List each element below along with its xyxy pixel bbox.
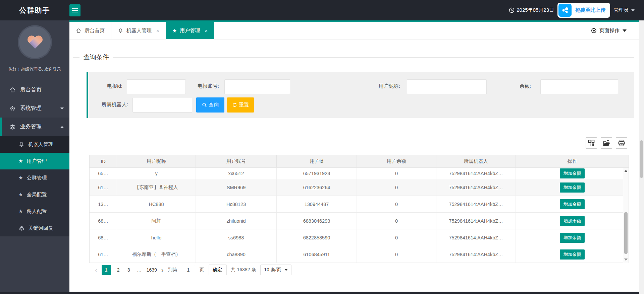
sidebar-item-kick-config[interactable]: ★ 踢人配置 (0, 203, 69, 220)
cell-nickname: 阿辉 (117, 213, 196, 229)
add-balance-button[interactable]: 增加余额 (560, 168, 585, 178)
scroll-down-arrow-icon[interactable] (624, 259, 628, 261)
cell-account: ss6988 (196, 229, 277, 246)
goto-prefix-label: 到第 (168, 267, 177, 273)
avatar-photo (19, 26, 51, 58)
sidebar-item-robot-management[interactable]: 机器人管理 (0, 136, 69, 153)
scroll-up-arrow-icon[interactable] (624, 170, 628, 172)
next-page-arrow[interactable]: › (161, 265, 164, 275)
bot-input[interactable] (132, 98, 192, 113)
telegram-id-input[interactable] (127, 79, 186, 94)
sidebar-item-system[interactable]: 系统管理 (0, 99, 69, 118)
app-window: 公群助手 2025年05月23日 拖拽至此上传 (0, 0, 644, 294)
cell-bot: 7529841614:AAH4kbZ… (436, 213, 516, 229)
home-icon (76, 28, 82, 33)
sidebar-item-label: 全局配置 (26, 192, 47, 198)
add-balance-button[interactable]: 增加余额 (560, 199, 585, 209)
page-content: 查询条件 电报id: 电报账号: 用户昵称: 余额: 所属机器人: (69, 40, 644, 294)
goto-confirm-button[interactable]: 确定 (209, 265, 227, 275)
page-number-last[interactable]: 1639 (147, 267, 157, 273)
table-scrollbar-thumb[interactable] (624, 212, 628, 254)
reset-button[interactable]: 重置 (227, 97, 254, 113)
sidebar-item-keyword-reply[interactable]: 关键词回复 (0, 220, 69, 236)
column-header: 用户账号 (196, 155, 277, 167)
layers-icon (9, 124, 16, 130)
page-number[interactable]: 3 (126, 267, 132, 273)
cell-id: 13… (90, 196, 117, 212)
pagination: ‹ 1 2 3 … 1639 › 到第 页 确定 共 16382 条 10 条/… (95, 265, 291, 275)
sidebar-toggle-button[interactable] (69, 4, 80, 16)
tab-robot-management[interactable]: 机器人管理 × (111, 22, 166, 39)
sidebar-item-user-management[interactable]: ★ 用户管理 (0, 153, 69, 169)
sidebar-item-label: 系统管理 (20, 105, 42, 112)
page-size-select[interactable]: 10 条/页 (260, 265, 291, 275)
cloud-share-icon (558, 4, 572, 17)
cell-account: xx6512 (196, 168, 277, 179)
page-scrollbar[interactable] (639, 20, 644, 294)
page-scrollbar-thumb[interactable] (640, 140, 643, 178)
telegram-account-label: 电报账号: (181, 83, 219, 89)
header-right: 2025年05月23日 拖拽至此上传 管理员 (509, 3, 644, 18)
chevron-down-icon (60, 107, 64, 109)
sidebar-item-label: 业务管理 (20, 123, 42, 130)
cell-bot: 7529841614:AAH4kbZ… (436, 168, 516, 179)
table-header-row: ID 用户昵称 用户账号 用户id 用户余额 所属机器人 操作 (90, 155, 629, 168)
page-actions-dropdown[interactable]: 页面操作 (591, 22, 644, 39)
cell-id: 68… (90, 213, 117, 229)
cell-balance: 0 (357, 229, 436, 246)
page-number[interactable]: 2 (115, 267, 121, 273)
tab-label: 后台首页 (85, 27, 105, 34)
tab-dashboard[interactable]: 后台首页 (69, 22, 111, 39)
export-icon (602, 139, 610, 147)
table-row: 61… 福尔摩斯（一手查档） cha8890 6106845911 0 7529… (90, 246, 629, 263)
cell-user-id: 6162236264 (277, 179, 357, 196)
goto-page-input[interactable] (182, 265, 195, 275)
user-role-label: 管理员 (613, 7, 629, 13)
nickname-input[interactable] (407, 79, 487, 94)
cell-bot: 7529841614:AAH4kbZ… (436, 196, 516, 212)
nickname-label: 用户昵称: (357, 83, 400, 89)
chevron-up-icon (60, 126, 64, 128)
user-menu[interactable]: 管理员 (613, 7, 635, 13)
filter-columns-button[interactable] (586, 137, 597, 149)
sidebar-item-group-management[interactable]: ★ 公群管理 (0, 169, 69, 186)
telegram-account-input[interactable] (224, 79, 290, 94)
sidebar-item-dashboard[interactable]: 后台首页 (0, 81, 69, 99)
prev-page-arrow[interactable]: ‹ (95, 265, 97, 275)
balance-label: 余额: (501, 83, 531, 89)
export-button[interactable] (601, 137, 612, 149)
telegram-id-label: 电报id: (95, 83, 122, 89)
sidebar-item-business[interactable]: 业务管理 (0, 118, 69, 136)
bell-icon (18, 141, 24, 147)
bell-icon (118, 28, 123, 33)
column-header: ID (90, 155, 117, 167)
add-balance-button[interactable]: 增加余额 (560, 216, 585, 226)
page-size-value: 10 条/页 (264, 267, 281, 273)
query-panel: 电报id: 电报账号: 用户昵称: 余额: 所属机器人: 查询 (87, 72, 634, 118)
sidebar: 你好！超级管理员, 欢迎登录 后台首页 系统管理 业务管理 (0, 20, 69, 294)
cell-id: 61… (90, 246, 117, 263)
add-balance-button[interactable]: 增加余额 (560, 249, 585, 260)
close-icon[interactable]: × (205, 28, 208, 33)
sidebar-nav: 后台首页 系统管理 业务管理 (0, 81, 69, 236)
date-text: 2025年05月23日 (517, 7, 554, 13)
add-balance-button[interactable]: 增加余额 (560, 182, 585, 193)
table-scrollbar[interactable] (623, 168, 629, 263)
users-table: ID 用户昵称 用户账号 用户id 用户余额 所属机器人 操作 65… y xx… (89, 155, 629, 263)
column-header: 用户余额 (357, 155, 436, 167)
cell-user-id: 130944487 (277, 196, 357, 212)
close-icon[interactable]: × (156, 28, 159, 33)
add-balance-button[interactable]: 增加余额 (560, 233, 585, 243)
cell-user-id: 6571931923 (277, 168, 357, 179)
search-button[interactable]: 查询 (196, 97, 224, 113)
legend-line (73, 57, 79, 58)
page-ellipsis: … (136, 267, 142, 273)
sidebar-item-global-config[interactable]: ★ 全局配置 (0, 186, 69, 203)
star-icon: ★ (172, 28, 177, 34)
print-button[interactable] (616, 137, 627, 149)
cell-account: zhiluonid (196, 213, 277, 229)
page-number-current[interactable]: 1 (102, 265, 111, 275)
tab-user-management[interactable]: ★ 用户管理 × (166, 22, 214, 39)
upload-dropzone[interactable]: 拖拽至此上传 (557, 3, 610, 18)
balance-input[interactable] (540, 79, 618, 94)
